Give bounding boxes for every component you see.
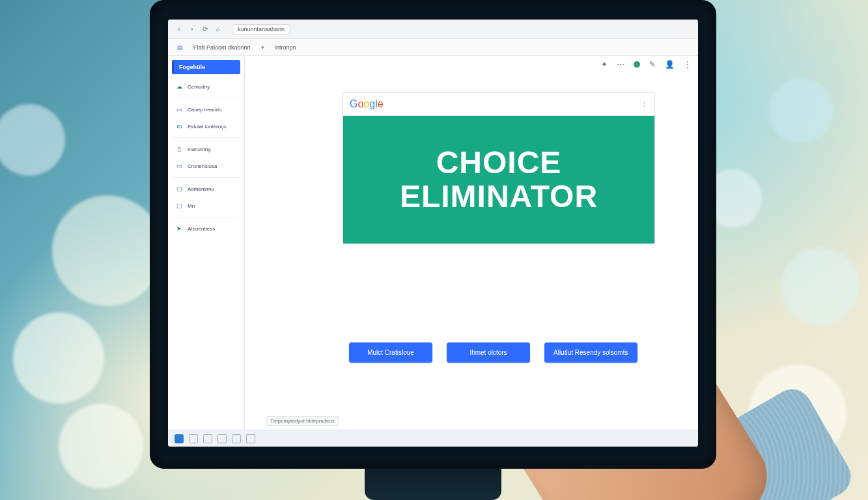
tool-icon[interactable]: ⋯: [617, 60, 624, 69]
top-right-tools: ✦ ⋯ ✎ 👤 ⋮: [601, 60, 692, 69]
taskbar-app-icon[interactable]: [232, 434, 241, 443]
taskbar-app-icon[interactable]: [189, 434, 198, 443]
body-area: Fogehüle ☁ Cemodny ▭ Cauep heaodo 🗀 Estu…: [168, 56, 698, 430]
action-button-2[interactable]: Ihmet olctors: [447, 342, 530, 363]
document-tab-row: ▤ Flatt Paloom dkoonnn ▾ Intronpn: [168, 39, 698, 56]
sidebar-item-label: Cronenolosa: [188, 163, 217, 169]
sidebar-item[interactable]: ▯ Inahontng: [168, 141, 244, 158]
sidebar-item-label: Mn: [188, 203, 195, 209]
taskbar-app-icon[interactable]: [246, 434, 255, 443]
chevron-down-icon[interactable]: ▾: [261, 44, 264, 51]
sidebar-item-label: Cauep heaodo: [188, 107, 222, 113]
scene: ‹ › ⟳ ⌂ kununntanaahann ▤ Flatt Paloom d…: [0, 0, 868, 500]
sidebar-item[interactable]: ☁ Cemodny: [168, 78, 244, 95]
folder2-icon: ▭: [175, 161, 184, 171]
nav-back-icon[interactable]: ‹: [175, 25, 184, 34]
status-line: Tmpnmytadyot hidepnubots: [266, 416, 339, 426]
sidebar-item-label: Estulal tonternço: [188, 124, 227, 130]
send-icon: ➤: [175, 224, 184, 233]
sidebar: Fogehüle ☁ Cemodny ▭ Cauep heaodo 🗀 Estu…: [168, 56, 245, 430]
sidebar-item-label: Cemodny: [188, 84, 210, 90]
taskbar: [168, 430, 698, 447]
sidebar-divider: [173, 217, 239, 217]
square-icon: ▢: [175, 201, 184, 210]
action-button-3[interactable]: Allutlut Resendy solsomts: [544, 342, 637, 363]
note-icon: ▢: [175, 184, 184, 193]
sidebar-divider: [173, 98, 239, 98]
action-button-1[interactable]: Mulct Cratisloue: [349, 342, 432, 363]
google-logo: Google: [350, 98, 384, 110]
sidebar-item[interactable]: ▭ Cronenolosa: [168, 158, 244, 174]
taskbar-app-icon[interactable]: [203, 434, 212, 443]
person-icon[interactable]: 👤: [665, 60, 675, 69]
action-row: Mulct Cratisloue Ihmet olctors Allutlut …: [349, 342, 637, 363]
card-header: Google ⋮: [343, 93, 654, 116]
sidebar-divider: [173, 177, 239, 178]
cloud-icon: ☁: [175, 82, 184, 91]
sidebar-item[interactable]: ➤ Atboenttess: [168, 220, 244, 237]
monitor-stand: [365, 469, 501, 500]
sidebar-item-label: Atboenttess: [188, 226, 215, 232]
nav-forward-icon[interactable]: ›: [188, 25, 197, 34]
main-canvas: ✦ ⋯ ✎ 👤 ⋮ Google ⋮: [245, 56, 698, 430]
dropdown-label[interactable]: Intronpn: [275, 44, 296, 51]
address-bar[interactable]: kununntanaahann: [232, 24, 290, 35]
notification-dot[interactable]: [634, 61, 640, 68]
document-title: Flatt Paloom dkoonnn: [193, 44, 251, 51]
sidebar-item[interactable]: ▢ Mn: [168, 197, 244, 214]
tool-icon[interactable]: ✦: [601, 60, 608, 69]
more-icon[interactable]: ⋮: [684, 60, 692, 69]
start-button[interactable]: [175, 434, 184, 443]
hero-line1: CHOICE: [436, 145, 562, 180]
taskbar-app-icon[interactable]: [217, 434, 227, 443]
sidebar-item-label: Inahontng: [188, 146, 211, 152]
sidebar-primary-item[interactable]: Fogehüle: [172, 60, 240, 74]
sidebar-item[interactable]: 🗀 Estulal tonternço: [168, 118, 244, 135]
hero-line2: ELIMINATOR: [354, 180, 644, 214]
sidebar-item[interactable]: ▢ Admensrno: [168, 180, 244, 197]
bag-icon: ▯: [175, 145, 184, 154]
folder-icon: 🗀: [175, 122, 184, 131]
sidebar-item[interactable]: ▭ Cauep heaodo: [168, 101, 244, 118]
browser-chrome: ‹ › ⟳ ⌂ kununntanaahann: [168, 20, 698, 39]
hero-banner: CHOICE ELIMINATOR: [343, 116, 654, 243]
addon-card: Google ⋮ CHOICE ELIMINATOR: [343, 92, 655, 244]
card-menu-icon[interactable]: ⋮: [641, 100, 648, 109]
card-icon: ▭: [175, 105, 184, 114]
pencil-icon[interactable]: ✎: [649, 60, 656, 69]
nav-reload-icon[interactable]: ⟳: [201, 25, 210, 34]
sidebar-divider: [173, 137, 239, 138]
sidebar-item-label: Admensrno: [188, 186, 214, 192]
screen: ‹ › ⟳ ⌂ kununntanaahann ▤ Flatt Paloom d…: [168, 20, 698, 447]
monitor-bezel: ‹ › ⟳ ⌂ kununntanaahann ▤ Flatt Paloom d…: [150, 0, 716, 469]
document-icon: ▤: [177, 44, 183, 51]
nav-home-icon[interactable]: ⌂: [214, 25, 223, 34]
